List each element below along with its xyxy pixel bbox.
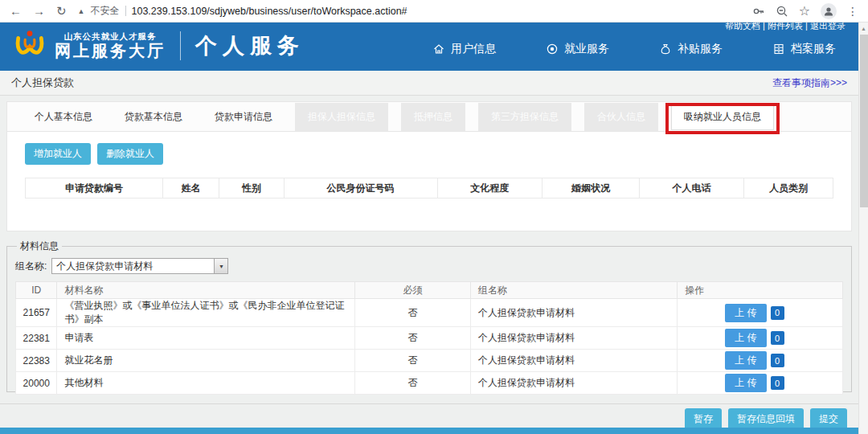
backfill-saved-info-button[interactable]: 暂存信息回填	[728, 408, 804, 430]
upload-count-badge: 0	[771, 354, 784, 367]
upload-button[interactable]: 上 传	[725, 304, 766, 322]
material-group: 个人担保贷款申请材料	[470, 372, 677, 395]
material-id: 21657	[16, 299, 57, 327]
tab-bar: 个人基本信息 贷款基本信息 贷款申请信息 担保人担保信息 抵押信息 第三方担保信…	[7, 102, 851, 132]
nav-item-employment[interactable]: 就业服务	[546, 42, 609, 56]
guide-link[interactable]: 查看事项指南>>>	[772, 76, 847, 90]
col-name: 姓名	[162, 178, 219, 199]
material-name: 申请表	[57, 327, 354, 350]
tab-partner-info: 合伙人信息	[584, 103, 658, 131]
site-header: 帮助文档 | 附件列表 | 退出登录 山东公共就业人才服务 网上服务大厅 个人服…	[0, 23, 868, 71]
col-required: 必须	[354, 282, 470, 299]
url-text: 103.239.153.109/sdjyweb/business/user/to…	[132, 6, 407, 17]
nav-item-subsidy[interactable]: 补贴服务	[659, 42, 723, 56]
brand-line1: 山东公共就业人才服务	[55, 31, 166, 41]
not-secure-label: 不安全	[91, 4, 120, 18]
page-title-bar: 个人担保贷款 查看事项指南>>>	[0, 71, 858, 96]
portal-title: 个人服务	[195, 31, 305, 60]
add-employee-button[interactable]: 增加就业人	[25, 143, 91, 165]
delete-employee-button[interactable]: 删除就业人	[97, 143, 163, 165]
materials-table: ID 材料名称 必须 组名称 操作 21657 《营业执照》或《事业单位法人证书…	[15, 281, 843, 395]
chevron-down-icon: ▼	[214, 259, 227, 273]
temp-save-button[interactable]: 暂存	[685, 408, 722, 430]
upload-count-badge: 0	[771, 306, 784, 320]
group-name-row: 组名称: 个人担保贷款申请材料 ▼	[15, 258, 843, 274]
vertical-scrollbar[interactable]: ▲	[858, 23, 868, 434]
material-required: 否	[354, 372, 470, 395]
not-secure-warning-icon: ▲	[78, 7, 85, 15]
col-id-number: 公民身份证号码	[284, 178, 437, 199]
upload-button[interactable]: 上 传	[725, 329, 766, 347]
site-logo-icon	[13, 29, 47, 63]
browser-menu-icon[interactable]: ⋮	[847, 6, 858, 17]
material-required: 否	[354, 327, 470, 350]
submit-button[interactable]: 提交	[810, 408, 847, 430]
footer-strip	[0, 428, 868, 434]
address-separator	[125, 6, 126, 16]
tab-absorbed-employees-info[interactable]: 吸纳就业人员信息	[671, 103, 774, 130]
employment-service-icon	[546, 43, 559, 55]
employees-table: 申请贷款编号 姓名 性别 公民身份证号码 文化程度 婚姻状况 个人电话 人员类别	[25, 178, 833, 213]
material-name: 《营业执照》或《事业单位法人证书》或《民办非企业单位登记证书》副本	[57, 299, 354, 327]
material-id: 22381	[16, 327, 57, 350]
browser-chrome: ← → ↻ ▲ 不安全 103.239.153.109/sdjyweb/busi…	[0, 0, 868, 23]
tab-loan-application-info[interactable]: 贷款申请信息	[205, 102, 282, 132]
footer-divider	[0, 403, 858, 404]
materials-section: 材料信息 组名称: 个人担保贷款申请材料 ▼ ID 材料名称 必须 组名称 操作…	[6, 240, 852, 392]
material-row: 21657 《营业执照》或《事业单位法人证书》或《民办非企业单位登记证书》副本 …	[16, 299, 843, 327]
upload-button[interactable]: 上 传	[725, 374, 766, 392]
col-operation: 操作	[678, 282, 843, 299]
archive-cabinet-icon	[772, 43, 785, 55]
brand-line2: 网上服务大厅	[55, 42, 166, 60]
tab-guarantor-info: 担保人担保信息	[295, 103, 388, 131]
material-required: 否	[354, 299, 470, 327]
tab-third-party-guarantee-info: 第三方担保信息	[478, 103, 571, 131]
forward-button[interactable]: →	[33, 5, 45, 17]
address-bar[interactable]: ▲ 不安全 103.239.153.109/sdjyweb/business/u…	[78, 4, 741, 18]
material-name: 就业花名册	[57, 350, 354, 372]
material-row: 22383 就业花名册 否 个人担保贷款申请材料 上 传0	[16, 350, 843, 372]
material-group: 个人担保贷款申请材料	[470, 299, 677, 327]
material-name: 其他材料	[57, 372, 354, 395]
footer-actions: 暂存 暂存信息回填 提交	[0, 408, 847, 430]
col-person-type: 人员类别	[744, 178, 833, 199]
nav-item-archives[interactable]: 档案服务	[772, 42, 836, 56]
reload-button[interactable]: ↻	[56, 5, 67, 17]
back-button[interactable]: ←	[10, 5, 22, 17]
employee-actions: 增加就业人 删除就业人	[7, 132, 851, 165]
group-name-select[interactable]: 个人担保贷款申请材料 ▼	[51, 258, 228, 274]
material-row: 20000 其他材料 否 个人担保贷款申请材料 上 传0	[16, 372, 843, 395]
scrollbar-thumb[interactable]	[860, 35, 868, 207]
key-icon[interactable]	[752, 5, 765, 18]
col-education: 文化程度	[437, 178, 542, 199]
tab-mortgage-info: 抵押信息	[401, 103, 465, 131]
material-group: 个人担保贷款申请材料	[470, 350, 677, 372]
tab-personal-basic-info[interactable]: 个人基本信息	[25, 102, 102, 132]
material-group: 个人担保贷款申请材料	[470, 327, 677, 350]
main-nav: 用户信息 就业服务 补贴服务 档案服务	[432, 42, 836, 56]
bookmark-star-icon[interactable]: ☆	[799, 5, 810, 18]
col-marital-status: 婚姻状况	[542, 178, 640, 199]
brand-text: 山东公共就业人才服务 网上服务大厅	[55, 31, 166, 59]
group-name-selected-value: 个人担保贷款申请材料	[56, 260, 153, 273]
zoom-out-icon[interactable]	[776, 5, 788, 18]
loan-form-card: 个人基本信息 贷款基本信息 贷款申请信息 担保人担保信息 抵押信息 第三方担保信…	[6, 101, 852, 231]
material-id: 22383	[16, 350, 57, 372]
materials-legend: 材料信息	[17, 240, 62, 253]
nav-item-user-info[interactable]: 用户信息	[432, 42, 496, 56]
employees-empty-row	[26, 199, 833, 213]
subsidy-pouch-icon	[659, 43, 672, 55]
profile-avatar[interactable]	[821, 3, 837, 19]
upload-button[interactable]: 上 传	[725, 351, 766, 370]
material-id: 20000	[16, 372, 57, 395]
upload-count-badge: 0	[771, 376, 784, 390]
scroll-up-arrow-icon[interactable]: ▲	[859, 23, 868, 34]
col-id: ID	[16, 282, 57, 299]
home-icon	[432, 43, 445, 55]
brand-divider	[180, 31, 181, 60]
page-title: 个人担保贷款	[11, 76, 74, 90]
col-gender: 性别	[219, 178, 284, 199]
col-loan-number: 申请贷款编号	[26, 178, 163, 199]
site-brand: 山东公共就业人才服务 网上服务大厅 个人服务	[13, 29, 305, 63]
tab-loan-basic-info[interactable]: 贷款基本信息	[115, 102, 192, 132]
